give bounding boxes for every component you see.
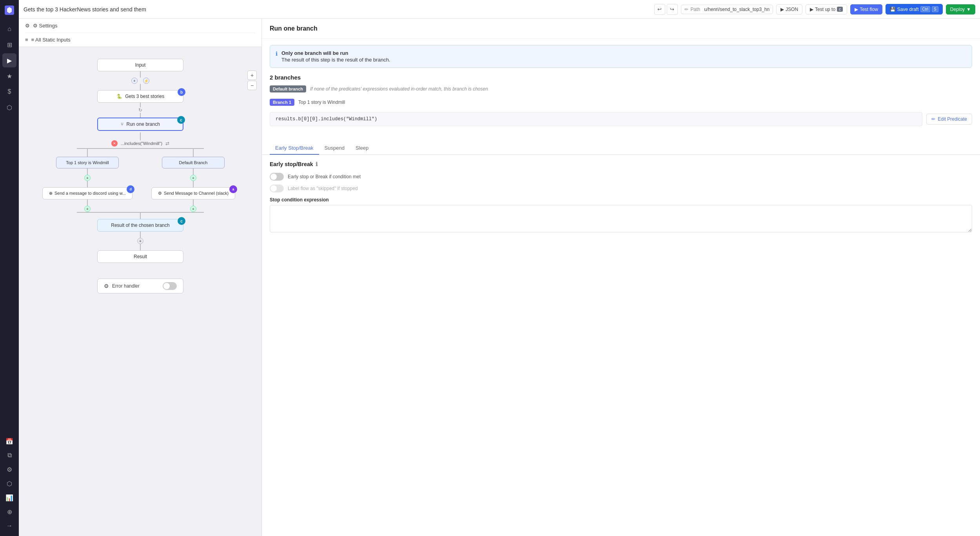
predicate-row: ✕ ...includes("Windmill") ⇄	[34, 140, 246, 147]
sidebar-icon-group[interactable]: ⬡	[2, 100, 16, 114]
discord-badge: d	[127, 185, 134, 193]
add-btn-right-bot[interactable]: +	[190, 206, 196, 212]
settings-row[interactable]: ⚙ ⚙ Settings	[25, 19, 255, 33]
app-logo[interactable]	[2, 3, 16, 17]
path-area[interactable]: ✏ Path u/henri/send_to_slack_top3_hn	[681, 5, 773, 14]
toggle-row-2: Label flow as "skipped" if stopped	[270, 185, 972, 192]
inputs-icon: ≡	[25, 37, 28, 43]
sidebar-icon-flow[interactable]: ▶	[2, 53, 16, 67]
deploy-button[interactable]: Deploy ▼	[946, 4, 975, 14]
save-kbd: Ctrl	[920, 6, 931, 12]
branch1-header: Branch 1 Top 1 story is Windmill	[270, 99, 972, 106]
connector-final: +	[137, 232, 143, 250]
refresh-icon[interactable]: ↻	[138, 107, 142, 113]
left-line-mid	[87, 168, 88, 175]
branch1-predicate-label: Top 1 story is Windmill	[298, 100, 345, 105]
save-kbd2: S	[932, 6, 938, 12]
sidebar-icon-settings2[interactable]: ⚙	[2, 462, 16, 476]
stop-condition-input[interactable]	[270, 205, 972, 232]
gets-stories-node[interactable]: 🐍 Gets 3 best stories b	[97, 90, 183, 103]
default-branch-item: Default branch If none of the predicates…	[270, 85, 972, 92]
default-branch-node[interactable]: Default Branch	[162, 157, 225, 168]
add-result-btn[interactable]: +	[137, 238, 143, 244]
redo-button[interactable]: ↪	[667, 4, 678, 15]
test-up-to-button[interactable]: ▶ Test up to c	[806, 4, 847, 14]
deploy-dropdown-icon: ▼	[966, 7, 971, 12]
branches-title: 2 branches	[270, 74, 972, 81]
branch1-code-block: results.b[0][0].includes("Windmill")	[270, 112, 922, 126]
branch1-item: Branch 1 Top 1 story is Windmill results…	[270, 99, 972, 129]
tab-early-stop[interactable]: Early Stop/Break	[270, 142, 319, 155]
sidebar-icon-chart[interactable]: 📊	[2, 491, 16, 505]
info-line1: Only one branch will be run	[281, 50, 390, 56]
sidebar-icon-star[interactable]: ★	[2, 69, 16, 83]
input-node[interactable]: Input	[97, 59, 183, 71]
add-btn-left-bot[interactable]: +	[84, 206, 91, 212]
save-draft-button[interactable]: 💾 Save draft Ctrl S	[886, 4, 943, 14]
right-line-bot	[193, 199, 194, 206]
result-branch-badge: c	[178, 217, 185, 225]
merge-connector	[34, 213, 246, 219]
early-stop-toggle-label: Early stop or Break if condition met	[288, 174, 361, 179]
content-area: ⚙ ⚙ Settings ≡ ≡ All Static Inputs + − I…	[19, 19, 980, 536]
connector-1: + ⚡	[131, 71, 149, 90]
tab-suspend[interactable]: Suspend	[319, 142, 350, 155]
run-one-branch-node[interactable]: ⑂ Run one branch c	[97, 118, 183, 131]
gets-stories-badge: b	[178, 88, 185, 96]
flow-nodes-container: Input + ⚡ 🐍 Gets 3 best sto	[27, 55, 254, 301]
branch-top-connector	[34, 132, 246, 140]
left-line-bot	[87, 199, 88, 206]
tab-sleep[interactable]: Sleep	[350, 142, 374, 155]
add-discord-btn[interactable]: +	[84, 175, 91, 181]
skip-label-toggle-label: Label flow as "skipped" if stopped	[288, 186, 358, 191]
edit-predicate-button[interactable]: ✏ Edit Predicate	[926, 114, 972, 125]
result-branch-node[interactable]: Result of the chosen branch c	[97, 219, 183, 232]
branches-section: 2 branches Default branch If none of the…	[262, 74, 980, 136]
add-node-btn-1[interactable]: +	[131, 78, 138, 84]
undo-button[interactable]: ↩	[654, 4, 665, 15]
sidebar-icon-calendar[interactable]: 📅	[2, 434, 16, 448]
branch1-code: results.b[0][0].includes("Windmill")	[276, 116, 377, 122]
settings-icon: ⚙	[25, 23, 30, 29]
sidebar-icon-puzzle[interactable]: ⬡	[2, 476, 16, 491]
flow-canvas: + − Input + ⚡	[19, 47, 261, 536]
flow-title: Gets the top 3 HackerNews stories and se…	[24, 6, 651, 13]
sidebar-icon-home[interactable]: ⌂	[2, 22, 16, 36]
error-handler-icon: ⚙	[104, 283, 109, 289]
predicate-text: ...includes("Windmill")	[121, 141, 162, 146]
skip-label-toggle	[270, 185, 284, 192]
slack-badge: a	[229, 185, 237, 193]
slack-node[interactable]: ⚙ Send Message to Channel (slack) a	[151, 187, 235, 199]
stop-condition-label: Stop condition expression	[270, 197, 972, 203]
sidebar-icon-dollar[interactable]: $	[2, 85, 16, 99]
default-branch-header: Default branch If none of the predicates…	[270, 85, 972, 92]
early-stop-toggle[interactable]	[270, 173, 284, 181]
right-panel-title: Run one branch	[270, 25, 972, 32]
discord-node[interactable]: ⊕ Send a message to discord using w... d	[42, 187, 132, 199]
branch-col-right: Default Branch + ⚙ Send Message to Chann…	[140, 149, 246, 212]
flash-btn-1[interactable]: ⚡	[143, 78, 149, 84]
add-slack-btn[interactable]: +	[190, 175, 196, 181]
sidebar-icon-layers[interactable]: ⧉	[2, 448, 16, 462]
path-icon: ✏	[684, 7, 688, 12]
canvas-controls: + −	[247, 71, 257, 90]
result-node[interactable]: Result	[97, 250, 183, 263]
branch-col-left: Top 1 story is Windmill + ⊕ Send a messa…	[34, 149, 140, 212]
left-line-mid2	[87, 181, 88, 187]
error-handler-toggle[interactable]	[163, 282, 177, 290]
sidebar-icon-arrow[interactable]: →	[2, 519, 16, 533]
zoom-out-button[interactable]: −	[247, 81, 257, 90]
close-btn[interactable]: ✕	[111, 140, 118, 147]
json-button[interactable]: ▶ JSON	[776, 4, 802, 14]
zoom-in-button[interactable]: +	[247, 71, 257, 80]
sidebar-icon-github[interactable]: ⊕	[2, 505, 16, 519]
test-flow-button[interactable]: ▶ Test flow	[850, 4, 882, 14]
sidebar-icon-grid[interactable]: ⊞	[2, 38, 16, 52]
top1-windmill-node[interactable]: Top 1 story is Windmill	[56, 157, 119, 168]
swap-icon[interactable]: ⇄	[165, 141, 169, 146]
path-value: u/henri/send_to_slack_top3_hn	[704, 7, 769, 12]
default-branch-desc: If none of the predicates' expressions e…	[310, 86, 488, 92]
right-line-mid2	[193, 181, 194, 187]
error-handler[interactable]: ⚙ Error handler	[97, 279, 183, 293]
static-inputs-row[interactable]: ≡ ≡ All Static Inputs	[25, 33, 255, 47]
